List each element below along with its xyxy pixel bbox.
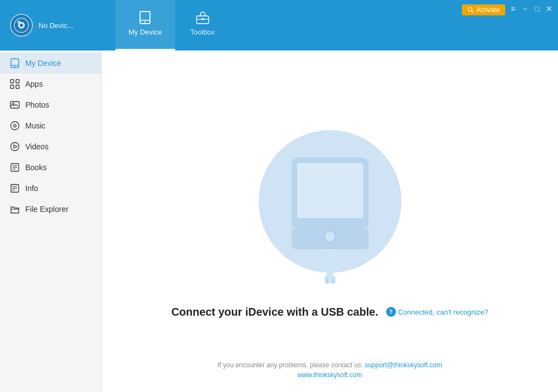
footer: If you encounter any problems, please co…	[217, 361, 442, 379]
music-sidebar-icon	[10, 121, 20, 131]
svg-rect-33	[11, 184, 13, 192]
activate-label: Activate	[476, 6, 500, 14]
sidebar-item-apps[interactable]: Apps	[0, 74, 101, 94]
sidebar-label-videos: Videos	[25, 142, 49, 151]
sidebar-item-videos[interactable]: Videos	[0, 136, 101, 157]
cant-recognize-label: Connected, can't recognize?	[398, 308, 488, 316]
apps-sidebar-icon	[10, 79, 20, 89]
key-icon	[467, 7, 474, 13]
sidebar-label-apps: Apps	[25, 80, 43, 88]
sidebar-label-file-explorer: File Explorer	[25, 205, 69, 214]
maximize-button[interactable]: □	[533, 4, 542, 13]
window-controls: Activate ≡ − □ ✕	[457, 0, 558, 51]
sidebar-item-file-explorer[interactable]: File Explorer	[0, 199, 101, 220]
svg-rect-44	[326, 278, 328, 284]
svg-point-6	[144, 21, 146, 23]
titlebar-left: No Devic...	[0, 0, 115, 51]
sidebar-item-info[interactable]: Info	[0, 178, 101, 199]
cant-recognize-icon: ?	[386, 307, 396, 317]
tab-my-device-label: My Device	[129, 28, 162, 36]
connect-message-row: Connect your iDevice with a USB cable. ?…	[171, 306, 488, 318]
svg-rect-40	[292, 243, 369, 249]
svg-point-23	[14, 125, 15, 126]
website-link[interactable]: www.thinkskysoft.com	[298, 371, 362, 379]
sidebar-item-books[interactable]: Books	[0, 157, 101, 178]
sidebar-label-photos: Photos	[25, 100, 49, 109]
main-content: Connect your iDevice with a USB cable. ?…	[102, 51, 558, 392]
svg-rect-17	[10, 85, 14, 88]
svg-rect-16	[16, 80, 19, 83]
sidebar: My Device Apps Photos	[0, 51, 102, 392]
svg-point-2	[20, 24, 23, 27]
main-layout: My Device Apps Photos	[0, 51, 558, 392]
file-explorer-sidebar-icon	[10, 204, 20, 214]
footer-links: www.thinkskysoft.com	[217, 371, 442, 379]
svg-point-14	[14, 66, 15, 67]
close-button[interactable]: ✕	[545, 4, 554, 13]
titlebar: No Devic... My Device Toolbox	[0, 0, 558, 51]
svg-point-3	[18, 21, 20, 24]
svg-rect-15	[10, 80, 14, 83]
svg-line-11	[472, 11, 474, 13]
photos-sidebar-icon	[10, 100, 20, 110]
minimize-button[interactable]: −	[521, 4, 529, 13]
svg-point-39	[325, 231, 336, 242]
svg-rect-41	[323, 249, 337, 254]
tab-my-device[interactable]: My Device	[115, 0, 175, 51]
footer-text: If you encounter any problems, please co…	[217, 361, 365, 369]
svg-rect-45	[332, 278, 334, 284]
device-status: No Devic...	[38, 21, 74, 30]
footer-contact: If you encounter any problems, please co…	[217, 361, 442, 369]
svg-point-10	[468, 8, 472, 12]
support-email-link[interactable]: support@thinkskysoft.com	[365, 361, 442, 369]
nav-tabs: My Device Toolbox	[115, 0, 457, 51]
svg-rect-18	[16, 85, 19, 88]
sidebar-label-books: Books	[25, 163, 47, 172]
sidebar-item-photos[interactable]: Photos	[0, 94, 101, 115]
videos-sidebar-icon	[10, 142, 20, 152]
connect-message: Connect your iDevice with a USB cable.	[171, 306, 378, 318]
sidebar-label-my-device: My Device	[25, 59, 61, 68]
menu-button[interactable]: ≡	[509, 4, 517, 13]
sidebar-label-info: Info	[25, 184, 38, 193]
info-sidebar-icon	[10, 183, 20, 193]
tab-toolbox[interactable]: Toolbox	[175, 0, 230, 51]
svg-rect-9	[202, 18, 204, 20]
app-logo	[10, 14, 33, 37]
svg-rect-37	[297, 163, 363, 218]
sidebar-label-music: Music	[25, 121, 46, 130]
toolbox-icon	[196, 10, 210, 25]
cant-recognize-link[interactable]: ? Connected, can't recognize?	[386, 307, 488, 317]
my-device-icon	[138, 10, 152, 25]
device-illustration	[248, 125, 412, 289]
activate-button[interactable]: Activate	[462, 4, 505, 15]
sidebar-item-music[interactable]: Music	[0, 115, 101, 136]
tab-toolbox-label: Toolbox	[190, 28, 215, 36]
books-sidebar-icon	[10, 163, 20, 172]
sidebar-item-my-device[interactable]: My Device	[0, 53, 101, 74]
my-device-sidebar-icon	[10, 58, 20, 68]
